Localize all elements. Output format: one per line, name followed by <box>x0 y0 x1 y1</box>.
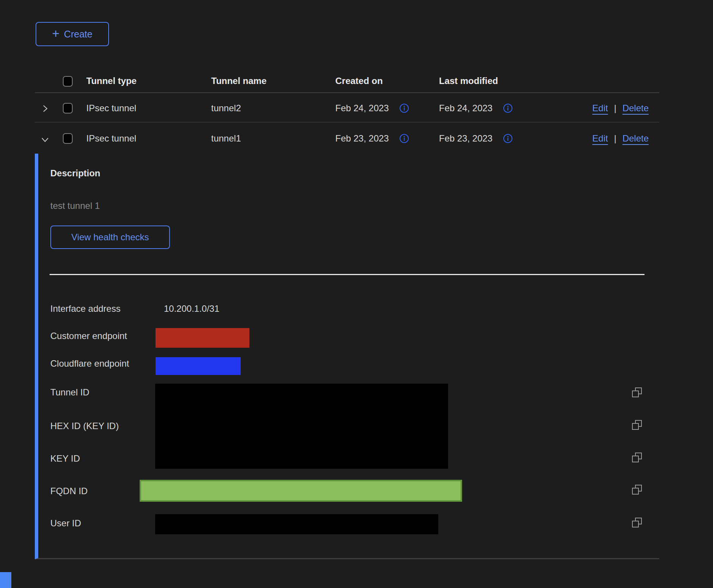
table-header: Tunnel type Tunnel name Created on Last … <box>35 70 659 93</box>
ids-redacted-value <box>155 384 448 469</box>
edit-link[interactable]: Edit <box>592 133 608 144</box>
create-button-label: Create <box>64 29 92 40</box>
created-on-cell: Feb 23, 2023 <box>335 133 409 144</box>
row-checkbox[interactable] <box>63 103 73 114</box>
interface-address-value: 10.200.1.0/31 <box>164 303 220 314</box>
created-date: Feb 23, 2023 <box>335 133 389 144</box>
tunnel-id-label: Tunnel ID <box>50 387 89 398</box>
cloudflare-endpoint-redacted-value <box>156 357 241 375</box>
table-row: IPsec tunnel tunnel1 Feb 23, 2023 Feb 23… <box>35 123 659 154</box>
modified-date: Feb 23, 2023 <box>439 133 492 144</box>
header-tunnel-name: Tunnel name <box>211 76 266 86</box>
info-icon[interactable] <box>399 134 409 143</box>
copy-icon[interactable] <box>632 420 642 430</box>
copy-icon[interactable] <box>632 518 642 527</box>
hex-id-label: HEX ID (KEY ID) <box>50 421 119 431</box>
row-actions: Edit | Delete <box>592 133 649 144</box>
customer-endpoint-label: Customer endpoint <box>50 331 127 341</box>
action-separator: | <box>614 103 616 114</box>
modified-date: Feb 24, 2023 <box>439 103 492 114</box>
tunnel-name-cell: tunnel1 <box>211 133 241 144</box>
tunnel-type-cell: IPsec tunnel <box>86 133 136 144</box>
plus-icon: + <box>52 27 59 40</box>
section-divider <box>50 274 645 275</box>
customer-endpoint-redacted-value <box>156 328 249 348</box>
user-id-redacted-value <box>155 514 438 534</box>
interface-address-label: Interface address <box>50 303 120 314</box>
chevron-right-icon[interactable] <box>39 103 51 114</box>
header-created-on: Created on <box>335 76 383 86</box>
description-value: test tunnel 1 <box>50 201 100 211</box>
copy-icon[interactable] <box>632 453 642 462</box>
created-on-cell: Feb 24, 2023 <box>335 103 409 114</box>
create-button[interactable]: + Create <box>36 22 109 46</box>
tunnel-detail-panel: Description test tunnel 1 View health ch… <box>35 154 659 559</box>
table-row: IPsec tunnel tunnel2 Feb 24, 2023 Feb 24… <box>35 93 659 123</box>
fqdn-id-redacted-value <box>140 480 462 502</box>
row-checkbox[interactable] <box>63 133 73 144</box>
chevron-down-icon[interactable] <box>39 134 51 145</box>
info-icon[interactable] <box>399 103 409 113</box>
cloudflare-endpoint-label: Cloudflare endpoint <box>50 358 129 369</box>
info-icon[interactable] <box>503 134 513 143</box>
tunnels-page: + Create Tunnel type Tunnel name Created… <box>0 0 713 588</box>
last-modified-cell: Feb 24, 2023 <box>439 103 513 114</box>
view-health-checks-label: View health checks <box>71 232 149 243</box>
select-all-checkbox[interactable] <box>63 76 73 87</box>
cutoff-blue-element <box>0 572 11 588</box>
info-icon[interactable] <box>503 103 513 113</box>
edit-link[interactable]: Edit <box>592 103 608 114</box>
view-health-checks-button[interactable]: View health checks <box>50 226 170 249</box>
row-actions: Edit | Delete <box>592 103 649 114</box>
created-date: Feb 24, 2023 <box>335 103 389 114</box>
delete-link[interactable]: Delete <box>623 103 649 114</box>
key-id-label: KEY ID <box>50 453 80 464</box>
copy-icon[interactable] <box>632 387 642 397</box>
action-separator: | <box>614 133 616 144</box>
user-id-label: User ID <box>50 518 81 529</box>
tunnel-type-cell: IPsec tunnel <box>86 103 136 114</box>
last-modified-cell: Feb 23, 2023 <box>439 133 513 144</box>
copy-icon[interactable] <box>632 485 642 495</box>
header-tunnel-type: Tunnel type <box>86 76 137 86</box>
header-last-modified: Last modified <box>439 76 498 86</box>
fqdn-id-label: FQDN ID <box>50 486 88 496</box>
delete-link[interactable]: Delete <box>623 133 649 144</box>
tunnel-name-cell: tunnel2 <box>211 103 241 114</box>
description-label: Description <box>50 168 100 179</box>
